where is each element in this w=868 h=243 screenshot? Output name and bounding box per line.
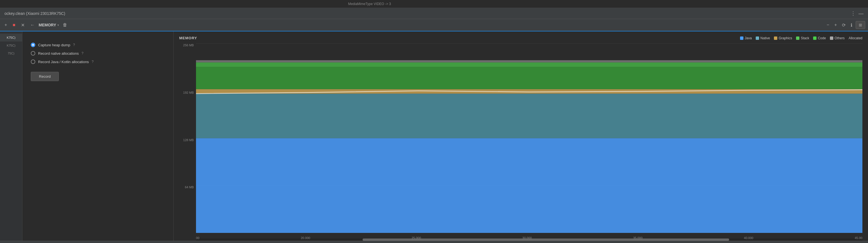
zoom-in-button[interactable]: +	[833, 21, 839, 29]
back-button[interactable]: ←	[29, 21, 36, 29]
svg-rect-0	[196, 138, 862, 233]
more-options-button[interactable]: ⋮	[850, 11, 856, 16]
radio-heap-dump-label: Capture heap dump	[38, 43, 70, 47]
x-label-40000: 40.000	[744, 236, 753, 240]
chart-title: MEMORY	[179, 36, 197, 40]
svg-rect-1	[196, 94, 862, 138]
add-button[interactable]: +	[3, 21, 9, 29]
memory-label: MEMORY ▾	[39, 23, 59, 27]
legend-native: Native	[756, 36, 770, 40]
legend-stack: Stack	[796, 36, 809, 40]
delete-button[interactable]: 🗑	[61, 21, 69, 29]
toolbar: + ■ ✕ ← MEMORY ▾ 🗑 − + ⟳ ℹ ⊞	[0, 19, 868, 31]
radio-option-native[interactable]: Record native allocations ?	[31, 51, 165, 56]
radio-native-label: Record native allocations	[38, 51, 79, 56]
zoom-out-button[interactable]: −	[825, 21, 831, 29]
title-bar: ockey.clean (Xiaomi 23013RK75C) ⋮ —	[0, 8, 868, 19]
main-content: K75C) K75C) 75C) Capture heap dump ? Rec…	[0, 31, 868, 241]
sidebar-item-3[interactable]: 75C)	[0, 49, 22, 57]
y-label-192: 192 MB	[179, 91, 196, 94]
y-label-64: 64 MB	[179, 186, 196, 189]
title-bar-controls: ⋮ —	[850, 11, 864, 16]
svg-rect-5	[196, 60, 862, 62]
chart-panel: MEMORY Java Native Graphics Stack	[174, 31, 868, 241]
radio-heap-dump-indicator	[31, 43, 35, 47]
legend-allocated: Allocated	[849, 36, 862, 40]
legend-code-dot	[813, 36, 816, 40]
legend-others: Others	[830, 36, 845, 40]
legend-java-dot	[740, 36, 743, 40]
panel-layout-button[interactable]: ⊞	[856, 21, 865, 29]
legend-others-dot	[830, 36, 833, 40]
radio-option-heap-dump[interactable]: Capture heap dump ?	[31, 43, 165, 47]
legend: Java Native Graphics Stack Code	[740, 36, 863, 40]
minimize-button[interactable]: —	[859, 11, 864, 16]
legend-graphics-label: Graphics	[779, 36, 792, 40]
legend-others-label: Others	[835, 36, 845, 40]
y-label-128: 128 MB	[179, 138, 196, 142]
memory-dropdown-arrow[interactable]: ▾	[57, 24, 59, 27]
help-java-kotlin-icon[interactable]: ?	[92, 60, 94, 64]
radio-group: Capture heap dump ? Record native alloca…	[31, 43, 165, 64]
svg-rect-3	[196, 67, 862, 89]
record-button[interactable]: Record	[31, 72, 59, 81]
x-label-0: 00	[196, 236, 199, 240]
legend-code-label: Code	[818, 36, 826, 40]
legend-code: Code	[813, 36, 826, 40]
radio-java-kotlin-indicator	[31, 59, 35, 64]
help-heap-dump-icon[interactable]: ?	[73, 43, 75, 47]
legend-java: Java	[740, 36, 752, 40]
svg-rect-4	[196, 62, 862, 67]
legend-stack-label: Stack	[801, 36, 809, 40]
legend-graphics-dot	[774, 36, 777, 40]
help-native-icon[interactable]: ?	[82, 51, 84, 55]
chart-body[interactable]: 00 20.000 25.000 30.000 35.000 40.000 45…	[196, 44, 862, 241]
chart-area: 256 MB 192 MB 128 MB 64 MB	[179, 44, 862, 241]
close-session-button[interactable]: ✕	[19, 21, 26, 29]
radio-java-kotlin-label: Record Java / Kotlin allocations	[38, 60, 89, 64]
header-code-text: MediaMimeType VIDEO -> 3	[348, 2, 391, 6]
radio-option-java-kotlin[interactable]: Record Java / Kotlin allocations ?	[31, 59, 165, 64]
legend-allocated-label: Allocated	[849, 36, 862, 40]
memory-chart-svg	[196, 44, 862, 233]
options-panel: Capture heap dump ? Record native alloca…	[22, 31, 174, 241]
radio-native-indicator	[31, 51, 35, 56]
window-title: ockey.clean (Xiaomi 23013RK75C)	[4, 11, 65, 16]
legend-native-label: Native	[761, 36, 770, 40]
chart-header: MEMORY Java Native Graphics Stack	[179, 36, 862, 40]
x-axis: 00 20.000 25.000 30.000 35.000 40.000 45…	[196, 233, 862, 241]
record-stop-button[interactable]: ■	[11, 21, 17, 29]
sidebar-item-1[interactable]: K75C)	[0, 34, 22, 42]
x-label-25000: 25.000	[412, 236, 421, 240]
zoom-reset-button[interactable]: ⟳	[840, 21, 847, 29]
toolbar-right-icons: − + ⟳ ℹ ⊞	[825, 21, 865, 29]
status-bar: src › main › java › com › rockey › clean…	[0, 241, 868, 243]
sidebar: K75C) K75C) 75C)	[0, 31, 22, 241]
legend-java-label: Java	[745, 36, 752, 40]
y-label-256: 256 MB	[179, 44, 196, 47]
header-info-bar: MediaMimeType VIDEO -> 3	[0, 0, 868, 8]
legend-graphics: Graphics	[774, 36, 792, 40]
x-label-30000: 30.000	[523, 236, 532, 240]
x-label-35000: 35.000	[633, 236, 643, 240]
legend-stack-dot	[796, 36, 799, 40]
info-button[interactable]: ℹ	[849, 21, 854, 29]
sidebar-item-2[interactable]: K75C)	[0, 42, 22, 49]
legend-native-dot	[756, 36, 759, 40]
x-label-45000: 45.00	[855, 236, 862, 240]
y-axis: 256 MB 192 MB 128 MB 64 MB	[179, 44, 196, 241]
x-label-20000: 20.000	[301, 236, 310, 240]
